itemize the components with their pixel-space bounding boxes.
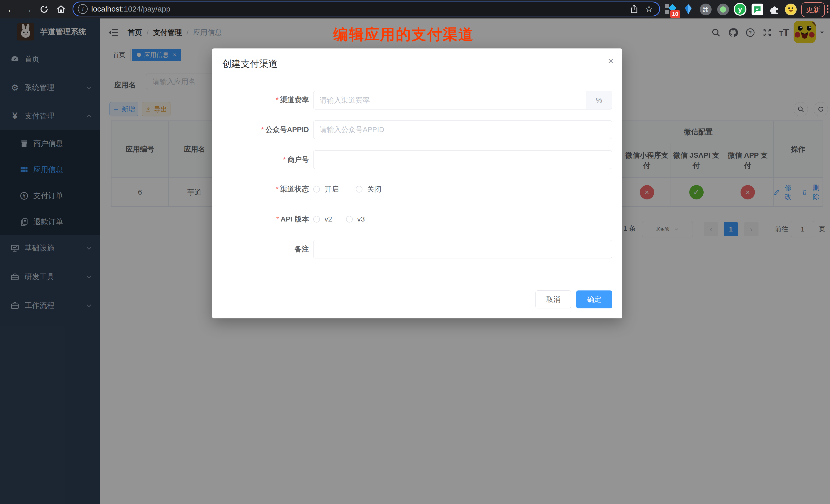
merchant-label: *商户号 xyxy=(212,155,309,165)
radio-status-closed[interactable] xyxy=(356,186,362,192)
required-asterisk: * xyxy=(283,156,286,163)
required-asterisk: * xyxy=(276,185,279,193)
cancel-button[interactable]: 取消 xyxy=(536,290,571,308)
bookmark-star-icon[interactable]: ☆ xyxy=(645,4,653,14)
radio-api-v3[interactable] xyxy=(346,216,353,222)
extensions-puzzle-icon[interactable] xyxy=(769,4,781,15)
back-icon[interactable]: ← xyxy=(4,0,19,19)
radio-api-v2-label[interactable]: v2 xyxy=(324,215,332,223)
extension-y-icon[interactable]: y xyxy=(734,3,746,15)
extension-record-icon[interactable] xyxy=(717,4,729,15)
annotation-text: 编辑应用的支付渠道 xyxy=(333,25,474,44)
appid-label: *公众号APPID xyxy=(212,125,309,135)
api-version-label: *API 版本 xyxy=(212,214,309,224)
create-channel-dialog: 创建支付渠道 × *渠道费率 % *公众号APPID *商户号 *渠道状态 开启… xyxy=(212,49,622,318)
extension-kite-icon[interactable] xyxy=(682,4,694,15)
radio-status-open[interactable] xyxy=(313,186,320,192)
confirm-button[interactable]: 确定 xyxy=(576,290,612,308)
rate-label: *渠道费率 xyxy=(212,95,309,105)
radio-api-v2[interactable] xyxy=(313,216,320,222)
remark-input[interactable] xyxy=(314,240,612,258)
extension-badge: 10 xyxy=(670,10,680,18)
extension-chat-icon[interactable] xyxy=(752,4,763,15)
home-icon[interactable] xyxy=(53,0,69,14)
remark-label: 备注 xyxy=(212,244,309,254)
required-asterisk: * xyxy=(276,96,279,104)
reload-icon[interactable] xyxy=(36,0,52,14)
appid-input[interactable] xyxy=(314,121,612,139)
rate-input-wrap: % xyxy=(313,91,612,109)
extension-command-icon[interactable]: ⌘ xyxy=(700,4,711,15)
radio-status-closed-label[interactable]: 关闭 xyxy=(367,184,381,194)
profile-avatar-icon[interactable] xyxy=(785,4,797,15)
merchant-input[interactable] xyxy=(314,151,612,169)
api-version-radios: v2 v3 xyxy=(313,214,382,224)
channel-status-label: *渠道状态 xyxy=(212,184,309,194)
radio-api-v3-label[interactable]: v3 xyxy=(357,215,365,223)
appid-input-wrap xyxy=(313,121,612,139)
channel-status-radios: 开启 关闭 xyxy=(313,184,398,194)
url-text: localhost:1024/pay/app xyxy=(91,5,170,13)
browser-chrome: ← → i localhost:1024/pay/app ☆ 10 ⌘ y xyxy=(0,0,830,19)
browser-menu-icon[interactable] xyxy=(827,5,828,13)
merchant-input-wrap xyxy=(313,151,612,169)
url-bar[interactable]: i localhost:1024/pay/app ☆ xyxy=(72,2,660,17)
site-info-icon[interactable]: i xyxy=(78,4,88,14)
extension-grid-icon[interactable]: 10 xyxy=(664,4,676,15)
radio-status-open-label[interactable]: 开启 xyxy=(324,184,339,194)
chrome-update-button[interactable]: 更新 xyxy=(801,2,825,17)
dialog-close-icon[interactable]: × xyxy=(608,56,614,66)
dialog-title: 创建支付渠道 xyxy=(222,58,278,70)
percent-suffix: % xyxy=(586,91,612,109)
required-asterisk: * xyxy=(276,215,279,223)
remark-input-wrap xyxy=(313,240,612,258)
forward-icon[interactable]: → xyxy=(20,0,35,19)
required-asterisk: * xyxy=(261,126,264,133)
rate-input[interactable] xyxy=(314,91,586,109)
share-icon[interactable] xyxy=(630,4,638,13)
